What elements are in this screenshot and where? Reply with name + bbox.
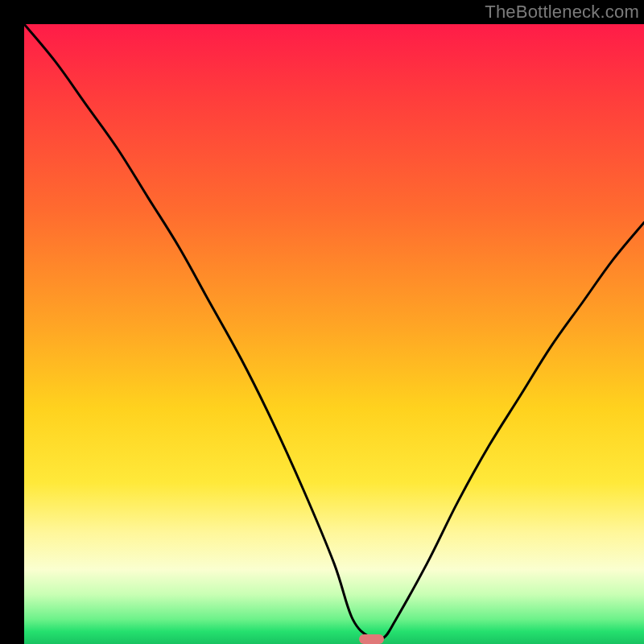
- optimal-marker: [359, 634, 384, 644]
- bottleneck-curve: [24, 24, 644, 644]
- watermark-text: TheBottleneck.com: [485, 2, 639, 23]
- chart-frame: TheBottleneck.com: [0, 0, 644, 644]
- plot-area: [24, 24, 644, 644]
